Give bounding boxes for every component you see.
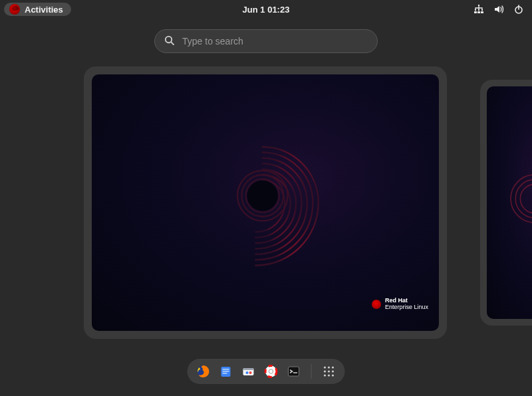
svg-point-13 (247, 180, 278, 211)
activities-label: Activities (25, 5, 63, 15)
svg-point-33 (324, 370, 326, 372)
svg-point-34 (328, 370, 330, 372)
svg-rect-4 (474, 11, 477, 13)
search-bar[interactable] (154, 29, 378, 53)
svg-point-38 (332, 374, 334, 376)
workspace-2[interactable] (480, 80, 532, 326)
activities-button[interactable]: Activities (4, 3, 71, 16)
svg-point-28 (269, 369, 273, 373)
network-icon[interactable] (473, 4, 484, 15)
wallpaper-brand: Red Hat Enterprise Linux (372, 298, 428, 311)
app-terminal[interactable] (287, 365, 301, 378)
rhel-nine-graphic (495, 163, 532, 243)
app-help[interactable] (265, 365, 278, 378)
rhel-nine-graphic (193, 133, 332, 272)
show-applications-button[interactable] (323, 365, 336, 378)
wallpaper: Red Hat Enterprise Linux (92, 74, 439, 331)
svg-point-37 (328, 374, 330, 376)
svg-point-24 (246, 371, 249, 374)
svg-rect-19 (223, 369, 229, 370)
workspace-overview: Red Hat Enterprise Linux (0, 66, 532, 339)
svg-rect-20 (223, 371, 229, 372)
svg-point-16 (520, 184, 532, 213)
power-icon[interactable] (513, 4, 524, 15)
svg-point-30 (324, 366, 326, 368)
dash (188, 359, 345, 384)
brand-line1: Red Hat (385, 297, 408, 304)
redhat-logo-icon (372, 300, 381, 309)
svg-point-14 (511, 175, 532, 223)
system-tray[interactable] (473, 4, 528, 15)
svg-point-25 (249, 371, 252, 374)
volume-icon[interactable] (493, 4, 504, 15)
workspace-1[interactable]: Red Hat Enterprise Linux (84, 66, 447, 339)
app-software[interactable] (242, 365, 255, 378)
brand-line2: Enterprise Linux (385, 304, 428, 310)
svg-rect-21 (223, 373, 227, 374)
svg-rect-29 (289, 367, 299, 376)
search-icon (164, 35, 174, 48)
dash-separator (311, 364, 312, 379)
redhat-icon (9, 4, 20, 15)
svg-point-36 (324, 374, 326, 376)
svg-point-35 (332, 370, 334, 372)
top-bar: Activities Jun 1 01:23 (0, 0, 532, 19)
svg-rect-3 (481, 9, 483, 11)
svg-rect-23 (243, 368, 254, 370)
app-firefox[interactable] (197, 365, 210, 378)
search-input[interactable] (182, 36, 368, 47)
clock[interactable]: Jun 1 01:23 (243, 5, 290, 15)
svg-rect-1 (475, 9, 476, 11)
svg-point-32 (332, 366, 334, 368)
svg-point-31 (328, 366, 330, 368)
svg-rect-5 (477, 11, 480, 13)
wallpaper (487, 86, 532, 319)
app-files[interactable] (219, 365, 233, 378)
svg-rect-0 (478, 5, 479, 6)
svg-rect-2 (478, 9, 479, 11)
svg-rect-6 (481, 11, 483, 13)
